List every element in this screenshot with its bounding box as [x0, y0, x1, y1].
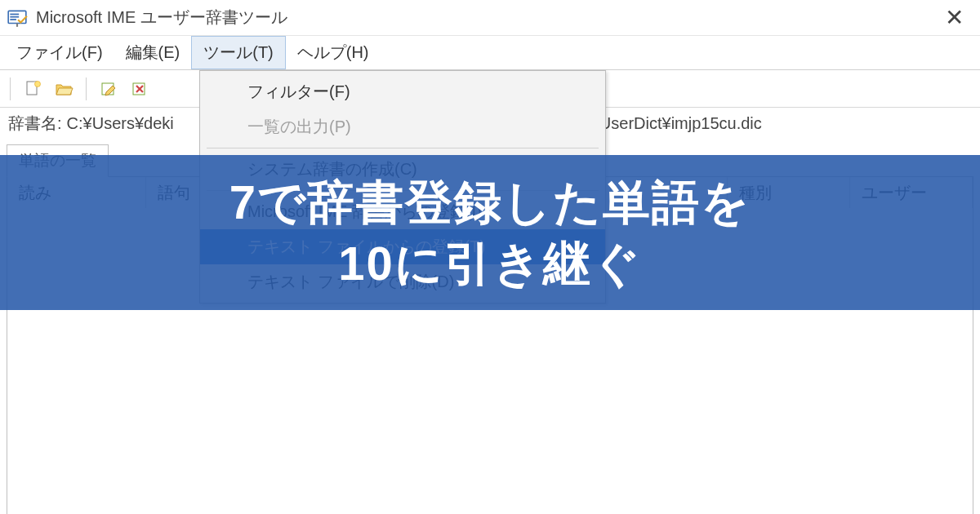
path-left: C:¥Users¥deki: [67, 114, 174, 133]
menu-tools[interactable]: ツール(T): [191, 36, 286, 69]
svg-rect-3: [10, 19, 16, 20]
path-label: 辞書名:: [8, 113, 62, 135]
svg-rect-2: [10, 16, 19, 17]
menu-bar: ファイル(F) 編集(E) ツール(T) ヘルプ(H): [0, 36, 980, 70]
menu-item-filter[interactable]: フィルター(F): [200, 74, 605, 109]
svg-rect-1: [10, 13, 19, 15]
overlay-line-1: 7で辞書登録した単語を: [229, 171, 751, 233]
new-icon[interactable]: [20, 77, 45, 101]
title-bar: Microsoft IME ユーザー辞書ツール ✕: [0, 0, 980, 36]
toolbar-separator: [10, 78, 11, 100]
open-icon[interactable]: [51, 77, 76, 101]
app-icon: [7, 7, 28, 29]
menu-file[interactable]: ファイル(F): [5, 36, 114, 69]
overlay-line-2: 10に引き継ぐ: [338, 233, 642, 294]
window-title: Microsoft IME ユーザー辞書ツール: [36, 7, 287, 29]
svg-point-7: [35, 81, 41, 86]
delete-icon[interactable]: [127, 77, 152, 101]
menu-edit[interactable]: 編集(E): [114, 36, 192, 69]
menu-item-export-list: 一覧の出力(P): [200, 109, 605, 144]
close-button[interactable]: ✕: [934, 0, 973, 36]
toolbar-separator: [86, 78, 87, 100]
overlay-banner: 7で辞書登録した単語を 10に引き継ぐ: [0, 155, 980, 310]
path-right: ¥UserDict¥imjp15cu.dic: [590, 114, 762, 133]
edit-icon[interactable]: [96, 77, 121, 101]
menu-separator: [207, 148, 599, 148]
svg-rect-4: [16, 23, 18, 26]
menu-help[interactable]: ヘルプ(H): [286, 36, 381, 69]
